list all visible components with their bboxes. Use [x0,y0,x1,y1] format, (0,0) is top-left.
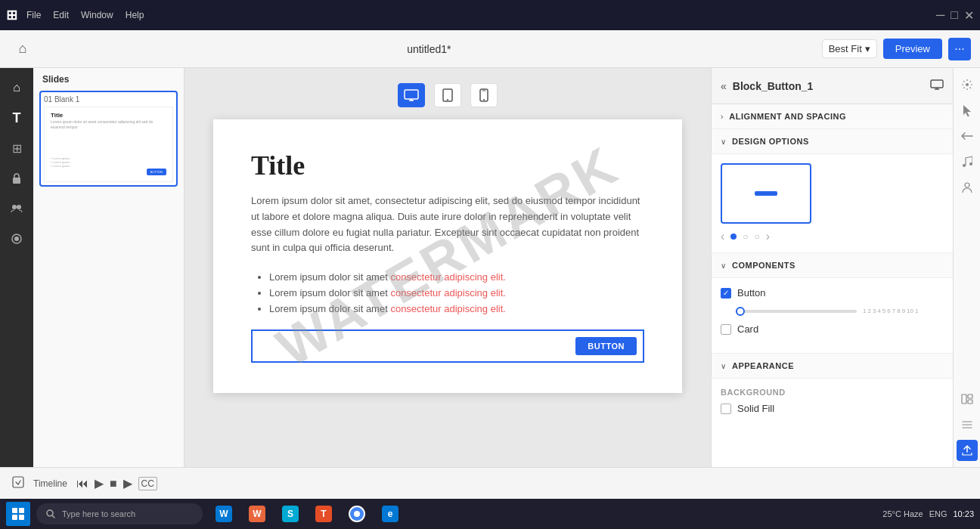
right-animation-icon[interactable] [957,125,978,147]
toolbar-center: untitled1* [42,43,816,55]
start-button[interactable] [6,502,30,526]
button-checkbox[interactable]: ✓ [721,288,731,299]
device-toolbar [398,83,498,107]
taskbar-app-4[interactable]: T [309,500,339,527]
appearance-section-header[interactable]: ∨ APPEARANCE [712,354,953,379]
taskbar-app-edge[interactable]: e [375,500,405,527]
back-button[interactable]: « [721,80,727,92]
background-subsection-title: BACKGROUND [721,388,944,397]
svg-rect-20 [19,508,24,513]
slider-label-8: 8 [897,308,900,314]
menu-edit[interactable]: Edit [53,10,69,20]
window-maximize[interactable]: □ [951,8,958,23]
windows-taskbar: Type here to search W W S T e 25°C Haze [0,499,980,529]
taskbar-search-text: Type here to search [62,509,135,518]
panel-screen-icon[interactable] [930,79,944,93]
menu-window[interactable]: Window [81,10,113,20]
carousel-controls: ‹ ○ ○ › [721,230,944,243]
taskbar-app-3[interactable]: S [275,500,305,527]
right-cursor-icon[interactable] [957,100,978,121]
slide-button-row: BUTTON [251,329,644,363]
timeline-cc-button[interactable]: CC [138,477,157,490]
taskbar-app-1[interactable]: W [209,500,239,527]
list-item: Lorem ipsum dolor sit amet consectetur a… [269,287,644,299]
svg-point-14 [965,183,969,187]
taskbar-app-icon-2: W [249,506,265,522]
slide-button[interactable]: BUTTON [575,337,637,355]
window-close[interactable]: ✕ [964,8,974,23]
taskbar-app-chrome[interactable] [342,500,372,527]
right-panel-header: « Block_Button_1 [712,68,953,104]
right-icon-bar [953,68,980,467]
sidebar-home-icon[interactable]: ⌂ [3,74,30,101]
right-music-icon[interactable] [957,151,978,172]
slide-canvas[interactable]: Title Lorem ipsum dolor sit amet, consec… [213,119,682,393]
slide-number: 01 Blank 1 [44,95,173,104]
slide-thumbnail[interactable]: 01 Blank 1 Title Lorem ipsum dolor sit a… [39,91,178,187]
slider-track[interactable] [736,310,857,313]
tablet-view-button[interactable] [434,83,461,107]
slider-label-3: 3 [873,308,876,314]
right-list-icon[interactable] [957,414,978,435]
carousel-next-button[interactable]: › [766,230,770,243]
card-checkbox[interactable] [721,324,731,335]
right-properties-icon[interactable] [957,74,978,95]
right-layout-icon[interactable] [957,388,978,410]
slide-preview-image: Title Lorem ipsum dolor sit amet consect… [44,107,173,182]
sidebar-record-icon[interactable] [3,225,30,252]
timeline-skip-back-button[interactable]: ⏮ [76,477,88,490]
svg-point-25 [354,511,360,517]
right-person-icon[interactable] [957,177,978,198]
carousel-dot [730,234,737,240]
tray-weather: 25°C Haze [882,509,923,518]
taskbar-edge-icon: e [382,506,399,522]
taskbar-app-icon-1: W [216,506,232,522]
slider-label-6: 6 [887,308,890,314]
slider-label-9: 9 [902,308,905,314]
sidebar-layers-icon[interactable]: ⊞ [3,135,30,162]
svg-point-9 [483,99,485,101]
slides-panel-title: Slides [39,74,178,85]
card-component-row: Card [721,323,944,335]
canvas-area: Title Lorem ipsum dolor sit amet, consec… [185,68,711,467]
design-option-card[interactable] [721,163,811,224]
right-share-icon[interactable] [957,440,978,461]
design-section-header[interactable]: ∨ DESIGN OPTIONS [712,129,953,154]
home-button[interactable]: ⌂ [9,36,36,63]
timeline-stop-button[interactable]: ■ [110,477,117,490]
slider-label-2: 2 [867,308,870,314]
slider-thumb[interactable] [736,307,745,316]
appearance-collapse-icon: ∨ [721,362,726,370]
menu-help[interactable]: Help [126,10,144,20]
slide-canvas-wrapper: Title Lorem ipsum dolor sit amet, consec… [213,119,682,393]
taskbar-app-2[interactable]: W [242,500,272,527]
button-slider-row: 1 2 3 4 5 6 7 8 9 10 1 [736,308,944,314]
preview-button[interactable]: Preview [883,39,942,59]
right-panel: « Block_Button_1 › ALIGNMENT AND SPACING [711,68,953,467]
preview-text: Lorem ipsum dolor sit amet consectetur a… [51,119,166,130]
svg-point-4 [14,237,19,241]
timeline-skip-forward-button[interactable]: ▶ [123,476,132,490]
sidebar-text-icon[interactable]: T [3,104,30,131]
svg-rect-5 [405,90,418,99]
timeline-play-button[interactable]: ▶ [95,476,104,490]
timeline-icon [12,476,24,490]
alignment-section-header[interactable]: › ALIGNMENT AND SPACING [712,104,953,129]
sidebar-group-icon[interactable] [3,195,30,222]
preview-button: BUTTON [147,169,166,175]
window-minimize[interactable]: ─ [936,8,944,23]
taskbar-search[interactable]: Type here to search [36,503,203,524]
slide-list: Lorem ipsum dolor sit amet consectetur a… [251,271,644,314]
taskbar-app-icon-4: T [315,506,332,522]
mobile-view-button[interactable] [470,83,498,107]
best-fit-select[interactable]: Best Fit ▾ [822,39,877,58]
sidebar-lock-icon[interactable] [3,165,30,192]
components-section-header[interactable]: ∨ COMPONENTS [712,253,953,278]
taskbar-clock: 10:23 [953,509,974,518]
menu-file[interactable]: File [26,10,41,20]
card-component-label: Card [737,323,758,335]
carousel-prev-button[interactable]: ‹ [721,230,724,243]
more-options-button[interactable]: ··· [948,38,971,60]
solid-fill-checkbox[interactable] [721,404,731,414]
desktop-view-button[interactable] [398,83,425,107]
